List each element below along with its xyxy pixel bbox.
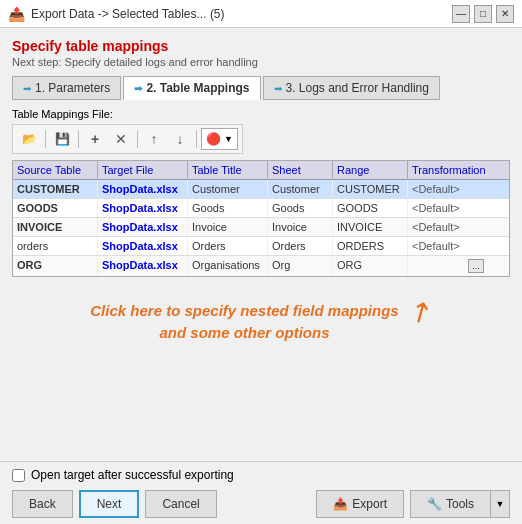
move-up-button[interactable]: ↑ <box>142 128 166 150</box>
annotation-text: Click here to specify nested field mappi… <box>90 300 398 345</box>
tools-icon: 🔧 <box>427 497 442 511</box>
button-row: Back Next Cancel 📤 Export 🔧 Tools ▼ <box>12 490 510 518</box>
annotation-arrow-icon: ↗ <box>402 292 438 332</box>
delete-button[interactable]: ✕ <box>109 128 133 150</box>
cell-transformation-last: ... <box>408 256 488 276</box>
col-target-file: Target File <box>98 161 188 179</box>
tab-parameters-arrow: ➡ <box>23 83 31 94</box>
export-icon: 📤 <box>333 497 348 511</box>
cell-range: ORDERS <box>333 237 408 255</box>
add-button[interactable]: + <box>83 128 107 150</box>
cell-target-file: ShopData.xlsx <box>98 218 188 236</box>
restore-button[interactable]: □ <box>474 5 492 23</box>
tab-table-mappings[interactable]: ➡ 2. Table Mappings <box>123 76 260 100</box>
tab-bar: ➡ 1. Parameters ➡ 2. Table Mappings ➡ 3.… <box>12 76 510 100</box>
col-sheet: Sheet <box>268 161 333 179</box>
tools-group: 🔧 Tools ▼ <box>410 490 510 518</box>
toolbar: 📂 💾 + ✕ ↑ ↓ 🔴 ▼ <box>12 124 243 154</box>
cell-sheet: Goods <box>268 199 333 217</box>
cell-range: GOODS <box>333 199 408 217</box>
title-bar-controls: — □ ✕ <box>452 5 514 23</box>
cell-table-title: Goods <box>188 199 268 217</box>
table-row[interactable]: ORG ShopData.xlsx Organisations Org ORG … <box>13 256 509 276</box>
content-area: Specify table mappings Next step: Specif… <box>0 28 522 367</box>
col-table-title: Table Title <box>188 161 268 179</box>
cell-source-table: CUSTOMER <box>13 180 98 198</box>
export-button[interactable]: 📤 Export <box>316 490 404 518</box>
checkbox-row: Open target after successful exporting <box>12 468 510 482</box>
bottom-section: Open target after successful exporting B… <box>0 461 522 524</box>
toolbar-separator-1 <box>45 130 46 148</box>
tab-logs-label: 3. Logs and Error Handling <box>286 81 429 95</box>
open-target-label: Open target after successful exporting <box>31 468 234 482</box>
tab-parameters-label: 1. Parameters <box>35 81 110 95</box>
col-source-table: Source Table <box>13 161 98 179</box>
cell-transformation: <Default> <box>408 218 488 236</box>
cell-source-table: GOODS <box>13 199 98 217</box>
table-row[interactable]: GOODS ShopData.xlsx Goods Goods GOODS <D… <box>13 199 509 218</box>
cell-transformation: <Default> <box>408 237 488 255</box>
move-down-button[interactable]: ↓ <box>168 128 192 150</box>
tools-button[interactable]: 🔧 Tools <box>410 490 490 518</box>
open-button[interactable]: 📂 <box>17 128 41 150</box>
cell-range: ORG <box>333 256 408 276</box>
table-header-row: Source Table Target File Table Title She… <box>13 161 509 180</box>
cell-source-table: orders <box>13 237 98 255</box>
cell-range: CUSTOMER <box>333 180 408 198</box>
toolbar-separator-2 <box>78 130 79 148</box>
cell-table-title: Orders <box>188 237 268 255</box>
cell-transformation: <Default> <box>408 180 488 198</box>
combo-arrow-icon: ▼ <box>224 134 233 144</box>
cell-table-title: Organisations <box>188 256 268 276</box>
annotation-area: Click here to specify nested field mappi… <box>12 277 510 367</box>
toolbar-separator-3 <box>137 130 138 148</box>
combo-button[interactable]: 🔴 ▼ <box>201 128 238 150</box>
mappings-table: Source Table Target File Table Title She… <box>12 160 510 277</box>
more-options-button[interactable]: ... <box>468 259 484 273</box>
tab-logs[interactable]: ➡ 3. Logs and Error Handling <box>263 76 440 100</box>
cell-sheet: Invoice <box>268 218 333 236</box>
table-row[interactable]: INVOICE ShopData.xlsx Invoice Invoice IN… <box>13 218 509 237</box>
toolbar-separator-4 <box>196 130 197 148</box>
page-heading: Specify table mappings <box>12 38 510 54</box>
cell-target-file: ShopData.xlsx <box>98 237 188 255</box>
open-icon: 📂 <box>22 132 37 146</box>
file-label: Table Mappings File: <box>12 108 510 120</box>
back-button[interactable]: Back <box>12 490 73 518</box>
tools-dropdown-button[interactable]: ▼ <box>490 490 510 518</box>
cell-target-file: ShopData.xlsx <box>98 199 188 217</box>
title-bar-left: 📤 Export Data -> Selected Tables... (5) <box>8 6 225 22</box>
combo-icon: 🔴 <box>206 132 221 146</box>
cancel-button[interactable]: Cancel <box>145 490 216 518</box>
save-icon: 💾 <box>55 132 70 146</box>
table-body: CUSTOMER ShopData.xlsx Customer Customer… <box>13 180 509 276</box>
save-button[interactable]: 💾 <box>50 128 74 150</box>
tab-parameters[interactable]: ➡ 1. Parameters <box>12 76 121 100</box>
cell-target-file: ShopData.xlsx <box>98 180 188 198</box>
app-icon: 📤 <box>8 6 25 22</box>
cell-target-file: ShopData.xlsx <box>98 256 188 276</box>
table-row[interactable]: orders ShopData.xlsx Orders Orders ORDER… <box>13 237 509 256</box>
open-target-checkbox[interactable] <box>12 469 25 482</box>
col-transformation: Transformation <box>408 161 488 179</box>
cell-sheet: Org <box>268 256 333 276</box>
tab-logs-arrow: ➡ <box>274 83 282 94</box>
cell-sheet: Orders <box>268 237 333 255</box>
cell-table-title: Customer <box>188 180 268 198</box>
close-button[interactable]: ✕ <box>496 5 514 23</box>
cell-table-title: Invoice <box>188 218 268 236</box>
next-button[interactable]: Next <box>79 490 140 518</box>
title-bar-title: Export Data -> Selected Tables... (5) <box>31 7 225 21</box>
tab-mappings-arrow: ➡ <box>134 83 142 94</box>
cell-transformation: <Default> <box>408 199 488 217</box>
cell-sheet: Customer <box>268 180 333 198</box>
page-subheading: Next step: Specify detailed logs and err… <box>12 56 510 68</box>
col-range: Range <box>333 161 408 179</box>
tab-mappings-label: 2. Table Mappings <box>146 81 249 95</box>
title-bar: 📤 Export Data -> Selected Tables... (5) … <box>0 0 522 28</box>
table-row[interactable]: CUSTOMER ShopData.xlsx Customer Customer… <box>13 180 509 199</box>
minimize-button[interactable]: — <box>452 5 470 23</box>
cell-source-table: ORG <box>13 256 98 276</box>
cell-range: INVOICE <box>333 218 408 236</box>
cell-source-table: INVOICE <box>13 218 98 236</box>
